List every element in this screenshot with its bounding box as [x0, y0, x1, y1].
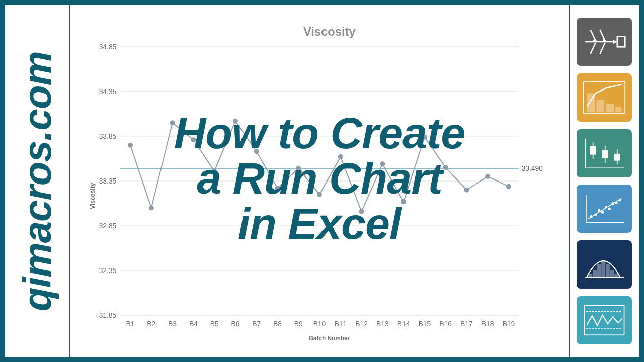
- svg-rect-64: [606, 104, 613, 112]
- svg-rect-88: [593, 270, 597, 278]
- brand-url: qimacros.com: [15, 51, 60, 311]
- svg-text:B10: B10: [313, 320, 326, 328]
- svg-point-48: [443, 165, 448, 170]
- svg-point-49: [464, 188, 469, 193]
- svg-text:33.35: 33.35: [99, 177, 117, 185]
- svg-text:B2: B2: [147, 320, 155, 328]
- svg-text:B1: B1: [126, 320, 135, 328]
- svg-rect-91: [606, 264, 609, 278]
- center-line-label: 33.490: [522, 164, 543, 172]
- data-series-line: [130, 121, 509, 212]
- svg-rect-71: [603, 150, 608, 157]
- svg-text:32.35: 32.35: [99, 266, 117, 275]
- svg-point-37: [212, 168, 217, 173]
- svg-text:B18: B18: [481, 320, 494, 328]
- chart-container: Viscosity Viscosity Batch Number 31.8532…: [86, 13, 553, 349]
- svg-point-84: [615, 202, 618, 204]
- run-chart: Viscosity Viscosity Batch Number 31.8532…: [86, 13, 553, 349]
- svg-point-85: [618, 199, 621, 202]
- box-plot-icon[interactable]: [577, 129, 632, 177]
- svg-text:B19: B19: [503, 320, 515, 328]
- svg-point-38: [233, 119, 238, 124]
- svg-text:34.85: 34.85: [99, 43, 117, 51]
- svg-text:B4: B4: [189, 320, 198, 328]
- svg-text:B13: B13: [376, 320, 389, 328]
- svg-point-80: [601, 211, 604, 214]
- svg-point-51: [506, 184, 511, 189]
- svg-text:B16: B16: [439, 320, 452, 328]
- pareto-chart-icon[interactable]: [577, 73, 632, 122]
- svg-text:34.35: 34.35: [99, 87, 117, 96]
- histogram-bell-icon[interactable]: [577, 240, 632, 289]
- svg-point-50: [485, 174, 490, 179]
- svg-point-77: [590, 215, 593, 218]
- svg-text:31.85: 31.85: [99, 311, 117, 319]
- svg-text:B12: B12: [355, 320, 368, 328]
- svg-text:B3: B3: [168, 320, 177, 328]
- fishbone-diagram-icon[interactable]: [577, 18, 632, 66]
- svg-point-45: [380, 161, 385, 166]
- svg-point-36: [191, 137, 196, 142]
- chart-title: Viscosity: [303, 25, 356, 38]
- svg-point-33: [128, 143, 133, 148]
- svg-text:B8: B8: [273, 320, 282, 328]
- svg-point-44: [359, 209, 364, 214]
- svg-text:B5: B5: [210, 320, 219, 328]
- svg-point-40: [275, 186, 280, 191]
- svg-line-57: [590, 43, 595, 54]
- svg-rect-54: [617, 37, 625, 47]
- svg-rect-87: [589, 274, 592, 278]
- svg-text:B6: B6: [231, 320, 239, 328]
- svg-point-46: [401, 199, 406, 204]
- svg-point-41: [296, 166, 301, 171]
- svg-point-78: [594, 214, 597, 216]
- control-chart-icon[interactable]: [577, 296, 632, 344]
- svg-text:33.85: 33.85: [99, 132, 117, 140]
- svg-rect-92: [610, 270, 614, 278]
- x-ticks: B1B2B3B4B5B6B7B8B9B10B11B12B13B14B15B16B…: [126, 320, 515, 328]
- svg-point-35: [170, 120, 175, 125]
- scatter-plot-icon[interactable]: [577, 185, 632, 233]
- svg-text:B17: B17: [460, 320, 473, 328]
- svg-rect-69: [590, 146, 595, 154]
- x-axis-label: Batch Number: [309, 335, 350, 342]
- svg-point-82: [608, 208, 611, 210]
- svg-text:B15: B15: [419, 320, 431, 328]
- svg-point-79: [598, 209, 600, 212]
- svg-rect-73: [615, 154, 620, 160]
- chart-type-icons: [569, 5, 639, 357]
- svg-rect-94: [584, 306, 624, 335]
- svg-point-47: [422, 135, 427, 140]
- svg-text:B14: B14: [397, 320, 410, 328]
- svg-point-43: [338, 154, 343, 159]
- svg-text:B11: B11: [334, 320, 347, 328]
- svg-line-58: [600, 43, 605, 54]
- svg-text:B9: B9: [294, 320, 303, 328]
- svg-point-83: [612, 202, 614, 205]
- svg-point-81: [605, 206, 607, 208]
- svg-rect-90: [602, 260, 605, 278]
- chart-panel: Viscosity Viscosity Batch Number 31.8532…: [70, 5, 569, 357]
- svg-rect-93: [615, 274, 618, 278]
- brand-strip: qimacros.com: [5, 5, 70, 357]
- app-frame: qimacros.com Viscosity Viscosity Batch N…: [0, 0, 644, 362]
- svg-rect-65: [615, 107, 621, 112]
- svg-point-34: [149, 205, 154, 210]
- svg-rect-89: [597, 264, 601, 278]
- svg-point-42: [317, 192, 322, 197]
- y-axis-label: Viscosity: [89, 183, 96, 209]
- svg-point-39: [254, 149, 259, 154]
- svg-rect-63: [597, 100, 604, 112]
- svg-text:B7: B7: [252, 320, 261, 328]
- svg-text:32.85: 32.85: [99, 222, 117, 230]
